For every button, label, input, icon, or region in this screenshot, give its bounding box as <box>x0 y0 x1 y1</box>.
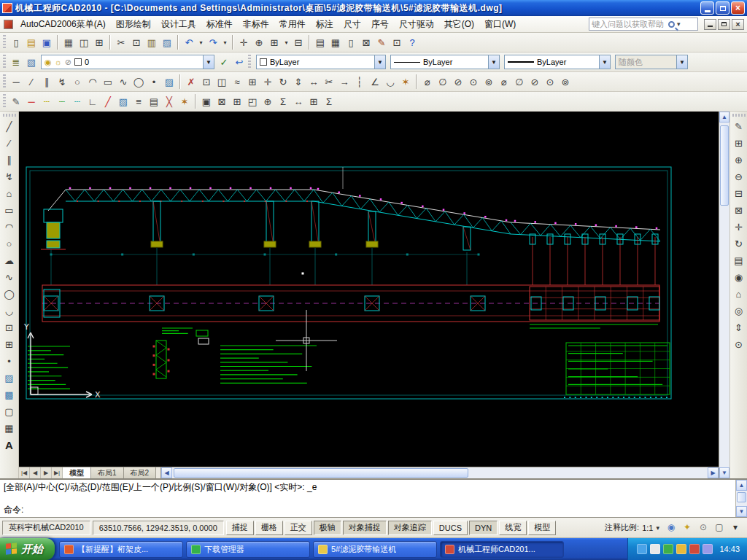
clean-screen-icon[interactable]: ▢ <box>713 521 726 534</box>
properties-icon[interactable]: ▤ <box>313 35 328 50</box>
model-toggle[interactable]: 模型 <box>528 521 556 535</box>
taskbar-item-cad[interactable]: 机械工程师CAD201... <box>440 541 564 558</box>
layer-properties-manager-icon[interactable]: ≣ <box>9 55 23 69</box>
thread-icon[interactable]: ⌀ <box>497 74 511 89</box>
erase-icon[interactable]: ✗ <box>184 74 198 89</box>
annotation-autoscale-icon[interactable]: ✦ <box>681 521 694 534</box>
menu-serial-number[interactable]: 序号 <box>366 15 394 34</box>
rzoom-previous-icon[interactable]: ⊟ <box>731 186 747 202</box>
center-mark-icon[interactable]: ⌀ <box>420 74 435 89</box>
lineweight-dropdown-icon[interactable]: ▼ <box>599 55 610 69</box>
menu-design-tools[interactable]: 设计工具 <box>156 15 201 34</box>
command-scroll-down-icon[interactable]: ▼ <box>736 506 747 517</box>
circle-icon[interactable]: ○ <box>70 74 85 89</box>
toolbar-lock-icon[interactable]: ⊙ <box>697 521 710 534</box>
detail-view-icon[interactable]: ▤ <box>147 94 161 109</box>
taskbar-item-notice[interactable]: 【新提醒】桁架皮... <box>59 541 183 558</box>
rzoom-window-icon[interactable]: ⊞ <box>731 136 747 152</box>
spline-icon[interactable]: ∿ <box>116 74 131 89</box>
polygon-icon[interactable]: ⌂ <box>1 186 18 202</box>
insert-block-icon[interactable]: ⊡ <box>1 320 18 336</box>
draw-rectangle-icon[interactable]: ▭ <box>1 203 18 219</box>
gear-icon[interactable]: ⊙ <box>543 74 557 89</box>
zoom-detail-icon[interactable]: ⊕ <box>260 94 275 109</box>
xline-icon[interactable]: ∕ <box>24 74 39 89</box>
parts-table-icon[interactable]: ⊞ <box>230 94 244 109</box>
red-diagonal-icon[interactable]: ╱ <box>101 94 115 109</box>
linetype-select[interactable]: ByLayer ▼ <box>390 55 500 69</box>
otrack-toggle[interactable]: 对象追踪 <box>388 521 432 535</box>
command-scroll-thumb[interactable] <box>737 492 746 502</box>
plot-icon[interactable]: ▦ <box>61 35 76 50</box>
help-icon[interactable]: ? <box>405 35 419 50</box>
toolbar-grip[interactable] <box>248 55 251 69</box>
chamfer-icon[interactable]: ∠ <box>368 74 382 89</box>
mdi-restore-button[interactable] <box>718 19 730 30</box>
color-dropdown-icon[interactable]: ▼ <box>374 55 385 69</box>
polar-toggle[interactable]: 极轴 <box>314 521 341 535</box>
annotation-scale-value[interactable]: 1:1 <box>642 524 653 532</box>
menu-dimension-drive[interactable]: 尺寸驱动 <box>394 15 439 34</box>
command-text-area[interactable]: [全部(A)/中心(C)/动态(D)/范围(E)/上一个(P)/比例(S)/窗口… <box>0 480 735 517</box>
copy-object-icon[interactable]: ⊡ <box>199 74 214 89</box>
pin-icon[interactable]: ∅ <box>512 74 527 89</box>
rpan-icon[interactable]: ✛ <box>731 219 747 236</box>
qnew-icon[interactable]: ▯ <box>9 35 23 50</box>
tab-model[interactable]: 模型 <box>63 467 91 478</box>
viewport-icon[interactable]: ◰ <box>245 94 260 109</box>
polyline-icon[interactable]: ↯ <box>55 74 69 89</box>
publish-icon[interactable]: ⊞ <box>92 35 107 50</box>
vertical-scroll-track[interactable] <box>719 122 729 467</box>
construction-line-icon[interactable]: ∕ <box>1 136 18 152</box>
yellow-dash-icon[interactable]: ┄ <box>39 94 54 109</box>
horizontal-scrollbar[interactable]: ◀ ▶ <box>160 467 719 478</box>
toolbar-grip[interactable] <box>3 74 6 89</box>
rotate-icon[interactable]: ↻ <box>276 74 290 89</box>
annotation-scale-control[interactable]: 注释比例: 1:1 ▾ <box>605 522 659 533</box>
washer-icon[interactable]: ⊚ <box>481 74 496 89</box>
menu-others[interactable]: 其它(O) <box>439 15 479 34</box>
scale-icon[interactable]: ⇕ <box>291 74 306 89</box>
zoom-flyout-icon[interactable]: ▾ <box>282 35 290 50</box>
tray-icon[interactable] <box>650 544 660 554</box>
drawing-window-icon[interactable] <box>4 20 13 29</box>
taskbar-item-download-manager[interactable]: 下载管理器 <box>186 541 310 558</box>
steering-wheel-icon[interactable]: ⊙ <box>731 337 747 353</box>
osnap-toggle[interactable]: 对象捕捉 <box>343 521 387 535</box>
explode-icon[interactable]: ✶ <box>398 74 413 89</box>
toolbar-grip[interactable] <box>3 55 6 69</box>
draw-line-icon[interactable]: ╱ <box>1 119 18 135</box>
rectangle-icon[interactable]: ▭ <box>101 74 115 89</box>
quickcalc-icon[interactable]: ⊡ <box>390 35 404 50</box>
match-properties-icon[interactable]: ▨ <box>160 35 174 50</box>
title-block-icon[interactable]: ⊠ <box>214 94 229 109</box>
command-scroll-up-icon[interactable]: ▲ <box>736 480 747 491</box>
draw-circle-icon[interactable]: ○ <box>1 236 18 252</box>
toolbar-grip[interactable] <box>3 35 6 50</box>
tab-layout2[interactable]: 布局2 <box>124 467 157 478</box>
walk-icon[interactable]: ⇕ <box>731 320 747 336</box>
dyn-toggle[interactable]: DYN <box>469 521 498 535</box>
line-icon[interactable]: ─ <box>9 74 23 89</box>
open-icon[interactable]: ▤ <box>24 35 39 50</box>
restore-button[interactable] <box>716 1 729 15</box>
draw-arc-icon[interactable]: ◠ <box>1 219 18 236</box>
undo-dropdown-icon[interactable]: ▾ <box>197 35 205 50</box>
tab-first-button[interactable]: |◀ <box>19 467 30 478</box>
grid-table-icon[interactable]: ⊞ <box>306 94 321 109</box>
section-hatch-icon[interactable]: ▨ <box>116 94 131 109</box>
command-window[interactable]: [全部(A)/中心(C)/动态(D)/范围(E)/上一个(P)/比例(S)/窗口… <box>0 478 747 518</box>
paste-icon[interactable]: ▥ <box>144 35 159 50</box>
close-button[interactable]: × <box>731 1 745 15</box>
spring-icon[interactable]: ⊚ <box>558 74 573 89</box>
multiline-icon[interactable]: ∥ <box>1 152 18 168</box>
vertical-scrollbar[interactable]: ▲ ▼ <box>719 112 729 478</box>
horizontal-scroll-track[interactable] <box>172 467 708 478</box>
draw-polyline-icon[interactable]: ↯ <box>1 169 18 185</box>
zoom-window-icon[interactable]: ⊞ <box>267 35 282 50</box>
named-views-icon[interactable]: ▤ <box>731 253 747 269</box>
cut-icon[interactable]: ✂ <box>114 35 128 50</box>
draw-spline-icon[interactable]: ∿ <box>1 270 18 286</box>
extend-icon[interactable]: → <box>337 74 352 89</box>
tray-icon[interactable] <box>689 544 700 554</box>
